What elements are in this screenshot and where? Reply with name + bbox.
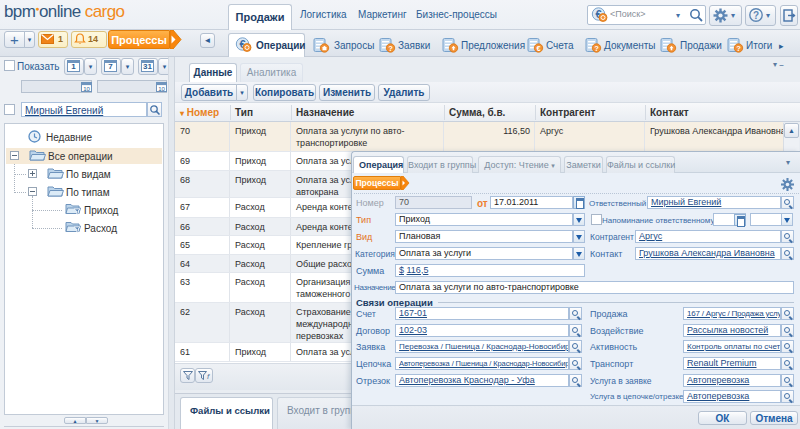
svg-text:10: 10 bbox=[158, 86, 165, 92]
svg-text:?: ? bbox=[736, 44, 741, 53]
svg-text:10: 10 bbox=[83, 86, 90, 92]
svg-text:f: f bbox=[207, 372, 210, 380]
svg-text:?: ? bbox=[594, 44, 599, 53]
svg-text:?: ? bbox=[753, 10, 759, 21]
svg-text:?: ? bbox=[388, 44, 393, 53]
